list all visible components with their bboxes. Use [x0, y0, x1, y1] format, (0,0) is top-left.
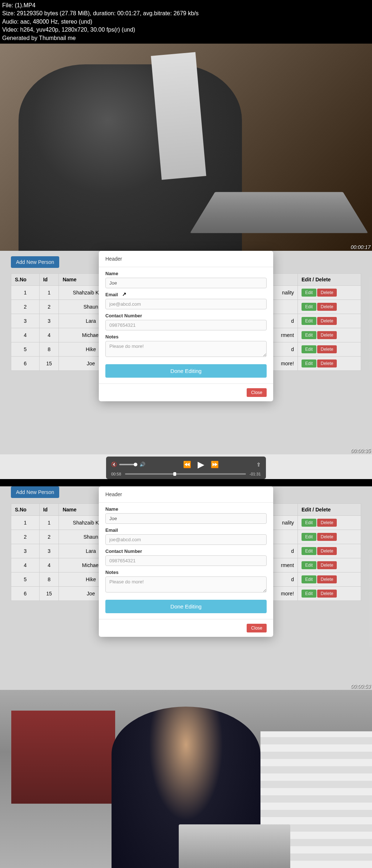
- close-button[interactable]: Close: [247, 388, 267, 397]
- input-contact[interactable]: [105, 555, 267, 566]
- modal-overlay: Header Name Email Contact Number: [0, 251, 372, 454]
- thumbnail-frame-3: 🔇 🔊 ⏪ ▶ ⏩ ⇪ 00:58 -01:31 Add New Person: [0, 454, 372, 690]
- cursor-icon: [122, 291, 126, 297]
- photo-presenter: [0, 690, 372, 868]
- input-contact[interactable]: [105, 320, 267, 330]
- player-wrap: 🔇 🔊 ⏪ ▶ ⏩ ⇪ 00:58 -01:31: [0, 454, 372, 479]
- volume-slider[interactable]: [119, 464, 137, 465]
- modal-footer: Close: [99, 383, 273, 401]
- edit-person-modal: Header Name Email Contact Number: [99, 251, 273, 401]
- modal-body: Name Email Contact Number Notes Please d…: [99, 503, 273, 619]
- timestamp-1: 00:00:17: [351, 244, 371, 250]
- volume-group[interactable]: 🔇 🔊: [111, 462, 145, 467]
- input-notes[interactable]: Please do more!: [105, 576, 267, 592]
- seek-row: 00:58 -01:31: [111, 472, 261, 476]
- forward-button[interactable]: ⏩: [211, 461, 219, 469]
- modal-body: Name Email Contact Number Notes Please d…: [99, 267, 273, 383]
- laptop-shape: [190, 192, 368, 233]
- file-metadata-header: File: (1).MP4 Size: 29129350 bytes (27.7…: [0, 0, 372, 44]
- close-button[interactable]: Close: [247, 624, 267, 632]
- share-icon[interactable]: ⇪: [256, 462, 261, 467]
- label-notes: Notes: [105, 334, 267, 339]
- input-name[interactable]: [105, 278, 267, 288]
- label-contact: Contact Number: [105, 548, 267, 554]
- label-name: Name: [105, 506, 267, 512]
- laptop-shape: [179, 824, 290, 868]
- done-editing-button[interactable]: Done Editing: [105, 600, 267, 613]
- photo-businessman: [0, 44, 372, 251]
- audio-line: Audio: aac, 48000 Hz, stereo (und): [2, 18, 370, 26]
- input-email[interactable]: [105, 299, 267, 309]
- label-notes: Notes: [105, 570, 267, 575]
- volume-thumb[interactable]: [134, 463, 137, 466]
- label-email: Email: [105, 292, 267, 297]
- timestamp-2: 00:00:35: [351, 448, 371, 454]
- seek-slider[interactable]: [125, 473, 246, 475]
- window-shape: [11, 711, 116, 804]
- thumbnail-frame-2: Add New Person S.No Id Name Edit / Delet…: [0, 251, 372, 454]
- modal-footer: Close: [99, 619, 273, 637]
- thumbnail-frame-1: 00:00:17: [0, 44, 372, 251]
- video-line: Video: h264, yuv420p, 1280x720, 30.00 fp…: [2, 26, 370, 34]
- media-player: 🔇 🔊 ⏪ ▶ ⏩ ⇪ 00:58 -01:31: [106, 457, 266, 479]
- label-name: Name: [105, 271, 267, 276]
- label-email: Email: [105, 527, 267, 533]
- done-editing-button[interactable]: Done Editing: [105, 364, 267, 378]
- app-screenshot-3: Add New Person S.No Id Name Edit / Delet…: [0, 486, 372, 690]
- thumbnail-frame-4: 00:01:09: [0, 690, 372, 868]
- modal-header: Header: [99, 486, 273, 503]
- volume-icon[interactable]: 🔊: [140, 462, 145, 467]
- modal-header: Header: [99, 251, 273, 267]
- file-line: File: (1).MP4: [2, 1, 370, 9]
- input-name[interactable]: [105, 513, 267, 524]
- time-remaining: -01:31: [250, 472, 261, 476]
- modal-overlay: Header Name Email Contact Number: [0, 486, 372, 690]
- input-notes[interactable]: Please do more!: [105, 341, 267, 357]
- input-email[interactable]: [105, 534, 267, 545]
- label-contact: Contact Number: [105, 313, 267, 318]
- seek-thumb[interactable]: [173, 472, 176, 476]
- rewind-button[interactable]: ⏪: [183, 461, 191, 469]
- play-button[interactable]: ▶: [198, 459, 204, 470]
- edit-person-modal: Header Name Email Contact Number: [99, 486, 273, 637]
- size-line: Size: 29129350 bytes (27.78 MiB), durati…: [2, 9, 370, 17]
- time-current: 00:58: [111, 472, 121, 476]
- transport-controls: ⏪ ▶ ⏩: [183, 459, 219, 470]
- timestamp-3: 00:00:53: [351, 683, 371, 689]
- mute-icon[interactable]: 🔇: [111, 462, 117, 467]
- app-screenshot-2: Add New Person S.No Id Name Edit / Delet…: [0, 251, 372, 454]
- generated-line: Generated by Thumbnail me: [2, 34, 370, 42]
